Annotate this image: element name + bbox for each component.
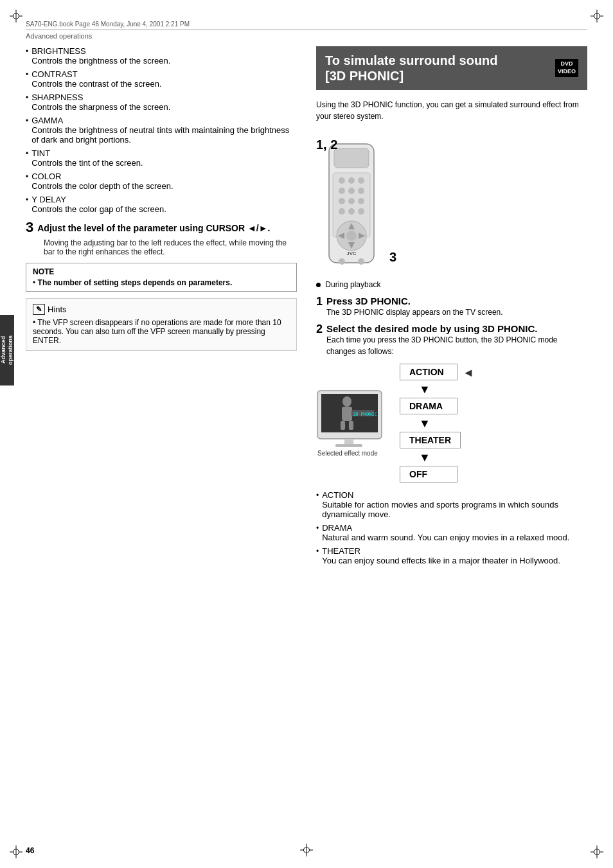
- svg-point-5: [358, 177, 364, 184]
- page-content: Advanced operations • BRIGHTNESS Control…: [26, 32, 587, 836]
- bullet-sharpness: • SHARPNESS Controls the sharpness of th…: [26, 93, 297, 112]
- corner-bottom-right: [591, 846, 603, 858]
- breadcrumb: Advanced operations: [26, 32, 587, 40]
- during-playback: During playback: [316, 280, 587, 289]
- mode-theater-desc: • THEATER You can enjoy sound effects li…: [316, 546, 587, 565]
- step3-heading: 3 Adjust the level of the parameter usin…: [26, 220, 297, 235]
- dvd-badge: DVD VIDEO: [555, 59, 578, 76]
- bullet-contrast-title: CONTRAST: [31, 69, 161, 79]
- mode-action: ACTION: [400, 364, 458, 380]
- remote-svg: JVC: [323, 141, 380, 269]
- two-column-layout: • BRIGHTNESS Controls the brightness of …: [26, 46, 587, 569]
- step1-row: 1 Press 3D PHONIC. The 3D PHONIC display…: [316, 296, 587, 318]
- hints-label: ✎ Hints: [33, 304, 290, 315]
- step-label-12: 1, 2: [316, 137, 337, 152]
- bullet-circle-icon: [316, 283, 321, 287]
- svg-point-14: [358, 208, 364, 215]
- step2-heading: Select the desired mode by using 3D PHON…: [326, 323, 587, 334]
- step1-number: 1: [316, 296, 323, 307]
- svg-point-12: [339, 208, 345, 215]
- mode-off: OFF: [400, 466, 458, 483]
- svg-point-6: [339, 188, 345, 194]
- bullet-brightness-desc: Controls the brightness of the screen.: [31, 56, 170, 66]
- mode-flow: ACTION ◄ ▼ DRAMA ▼ THEATER: [400, 364, 587, 484]
- bullet-sharpness-title: SHARPNESS: [31, 93, 170, 102]
- mode-drama: DRAMA: [400, 398, 458, 414]
- right-column: To simulate surround sound [3D PHONIC] D…: [316, 46, 587, 569]
- hints-box: ✎ Hints • The VFP screen disappears if n…: [26, 298, 297, 351]
- step-label-3: 3: [389, 250, 396, 265]
- mode-theater: THEATER: [400, 432, 461, 448]
- svg-point-20: [346, 231, 357, 241]
- step3-detail: Moving the adjusting bar to the left red…: [44, 238, 297, 256]
- bullet-ydelay-title: Y DELAY: [31, 195, 166, 204]
- down-arrow-1-icon: ▼: [400, 383, 587, 396]
- bullet-color-title: COLOR: [31, 172, 173, 181]
- bullet-contrast: • CONTRAST Controls the contrast of the …: [26, 69, 297, 89]
- bottom-center-mark: [300, 844, 313, 856]
- bullet-list: • BRIGHTNESS Controls the brightness of …: [26, 46, 297, 214]
- mode-diagram: 3D PHONIC Selected effect mode ACTION: [316, 364, 587, 484]
- svg-point-22: [339, 258, 345, 265]
- bullet-tint-desc: Controls the tint of the screen.: [31, 158, 143, 168]
- mode-drama-row: DRAMA: [400, 398, 587, 416]
- bullet-ydelay-desc: Controls the color gap of the screen.: [31, 204, 166, 214]
- side-tab-label: Advancedoperations: [0, 335, 14, 365]
- mode-action-desc: • ACTION Suitable for action movies and …: [316, 490, 587, 519]
- mode-descriptions: • ACTION Suitable for action movies and …: [316, 490, 587, 565]
- svg-point-3: [339, 177, 345, 184]
- svg-point-7: [348, 188, 355, 194]
- svg-text:Selected effect mode: Selected effect mode: [317, 450, 378, 457]
- bullet-color-desc: Controls the color depth of the screen.: [31, 181, 173, 191]
- step2-row: 2 Select the desired mode by using 3D PH…: [316, 323, 587, 357]
- note-box: NOTE • The number of setting steps depen…: [26, 263, 297, 292]
- svg-point-10: [348, 198, 355, 204]
- step2-content: Select the desired mode by using 3D PHON…: [326, 323, 587, 357]
- step1-detail: The 3D PHONIC display appears on the TV …: [326, 306, 587, 318]
- left-column: • BRIGHTNESS Controls the brightness of …: [26, 46, 297, 569]
- down-arrow-2-icon: ▼: [400, 417, 587, 430]
- svg-rect-28: [341, 421, 345, 430]
- bullet-brightness-title: BRIGHTNESS: [31, 46, 170, 56]
- bullet-sharpness-desc: Controls the sharpness of the screen.: [31, 102, 170, 112]
- svg-rect-32: [344, 439, 353, 444]
- section-title: To simulate surround sound [3D PHONIC]: [325, 53, 498, 84]
- bullet-brightness: • BRIGHTNESS Controls the brightness of …: [26, 46, 297, 66]
- corner-top-left: [10, 10, 22, 22]
- step3-text: Adjust the level of the parameter using …: [37, 220, 270, 234]
- step2-detail: Each time you press the 3D PHONIC button…: [326, 334, 587, 357]
- mode-off-row: OFF: [400, 466, 587, 484]
- svg-point-11: [358, 198, 364, 204]
- mode-theater-text: You can enjoy sound effects like in a ma…: [322, 556, 560, 565]
- corner-bottom-left: [10, 846, 22, 858]
- bullet-color: • COLOR Controls the color depth of the …: [26, 172, 297, 191]
- mode-screen-svg: 3D PHONIC Selected effect mode: [316, 387, 393, 458]
- svg-point-9: [339, 198, 345, 204]
- header-bar: SA70-ENG.book Page 46 Monday, June 4, 20…: [26, 21, 587, 30]
- page-number: 46: [26, 846, 34, 855]
- mode-action-title: ACTION: [322, 490, 587, 500]
- svg-point-23: [358, 258, 364, 265]
- hints-title: Hints: [48, 305, 67, 314]
- remote-image: 1, 2: [316, 131, 380, 271]
- intro-text: Using the 3D PHONIC function, you can ge…: [316, 99, 587, 122]
- svg-point-4: [348, 177, 355, 184]
- bullet-tint-title: TINT: [31, 148, 143, 158]
- bullet-gamma: • GAMMA Controls the brightness of neutr…: [26, 116, 297, 145]
- section-header: To simulate surround sound [3D PHONIC] D…: [316, 46, 587, 90]
- mode-drama-desc: • DRAMA Natural and warm sound. You can …: [316, 523, 587, 542]
- step1-content: Press 3D PHONIC. The 3D PHONIC display a…: [326, 296, 587, 318]
- header-file-info: SA70-ENG.book Page 46 Monday, June 4, 20…: [26, 21, 190, 28]
- mode-image-area: 3D PHONIC Selected effect mode: [316, 387, 400, 460]
- corner-top-right: [591, 10, 603, 22]
- svg-text:3D PHONIC: 3D PHONIC: [353, 412, 377, 417]
- svg-rect-33: [335, 444, 362, 447]
- side-tab: Advancedoperations: [0, 315, 14, 385]
- bullet-ydelay: • Y DELAY Controls the color gap of the …: [26, 195, 297, 214]
- mode-theater-title: THEATER: [322, 546, 560, 556]
- bullet-tint: • TINT Controls the tint of the screen.: [26, 148, 297, 168]
- mode-drama-text: Natural and warm sound. You can enjoy mo…: [322, 533, 569, 542]
- hints-icon: ✎: [33, 304, 45, 315]
- svg-point-13: [348, 208, 355, 215]
- svg-point-8: [358, 188, 364, 194]
